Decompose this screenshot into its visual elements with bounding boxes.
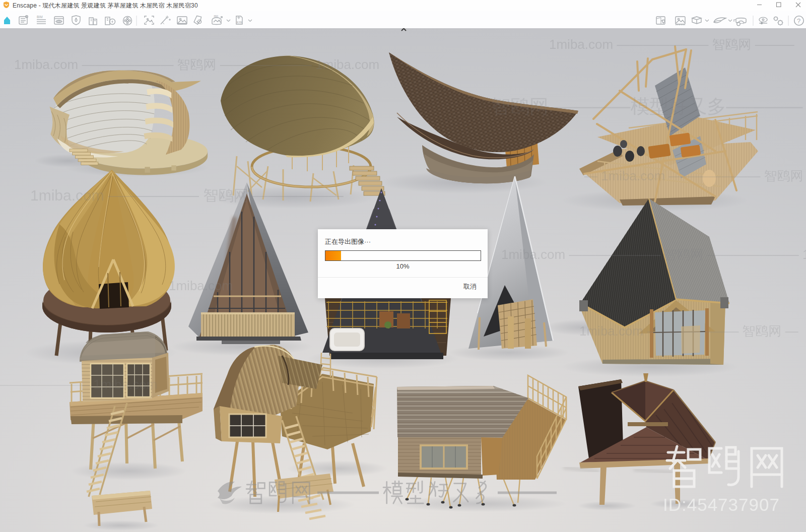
svg-text:BIM: BIM: [37, 15, 43, 19]
svg-text:EXE: EXE: [237, 21, 242, 24]
svg-text:360: 360: [214, 15, 218, 18]
svg-text:?: ?: [797, 17, 800, 25]
